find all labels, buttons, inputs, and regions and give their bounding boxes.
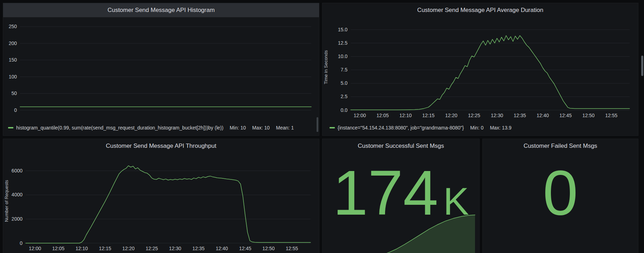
legend-scrollbar-thumb[interactable] xyxy=(317,117,318,132)
legend-stat-max: Max: 10 xyxy=(252,125,270,131)
svg-text:6000: 6000 xyxy=(12,168,22,173)
legend-stat-max: Max: 13.9 xyxy=(490,125,511,131)
svg-text:Time in Seconds: Time in Seconds xyxy=(323,50,328,84)
svg-text:12:25: 12:25 xyxy=(145,246,158,251)
svg-text:0.0: 0.0 xyxy=(341,107,348,113)
svg-text:12:25: 12:25 xyxy=(468,113,480,118)
svg-text:2.5: 2.5 xyxy=(341,94,348,99)
svg-text:12.5: 12.5 xyxy=(338,40,347,46)
panel-successful-sent-msgs: Customer Successful Sent Msgs 174K xyxy=(322,139,480,253)
success-stat-value: 174K xyxy=(323,159,479,226)
svg-text:12:50: 12:50 xyxy=(582,113,594,118)
series-color-dash xyxy=(330,127,335,128)
panel-failed-title[interactable]: Customer Failed Sent Msgs xyxy=(483,139,638,153)
svg-text:12:45: 12:45 xyxy=(559,113,572,118)
series-color-dash xyxy=(8,127,13,128)
series-name[interactable]: histogram_quantile(0.99, sum(rate(send_m… xyxy=(16,125,223,131)
series-name[interactable]: {instance="54.154.24.138:8080", job="gra… xyxy=(338,125,464,131)
svg-text:0: 0 xyxy=(14,107,17,113)
svg-text:12:55: 12:55 xyxy=(605,113,617,118)
svg-text:12:20: 12:20 xyxy=(122,246,135,251)
page-scrollbar-track[interactable] xyxy=(640,0,644,253)
svg-text:12:10: 12:10 xyxy=(76,246,88,251)
svg-text:10.0: 10.0 xyxy=(338,53,347,59)
svg-text:12:40: 12:40 xyxy=(216,246,228,251)
page-scrollbar-thumb[interactable] xyxy=(641,56,643,76)
histogram-chart[interactable]: 050100150200250 xyxy=(3,17,317,113)
failed-stat-value: 0 xyxy=(483,159,638,226)
svg-text:12:15: 12:15 xyxy=(99,246,111,251)
legend-stat-min: Min: 10 xyxy=(230,125,246,131)
legend-stat-mean: Mean: 1 xyxy=(276,125,294,131)
panel-histogram: Customer Send Message API Histogram 0501… xyxy=(3,3,319,136)
panel-throughput-title[interactable]: Customer Send Message API Throughput xyxy=(3,139,319,153)
svg-text:12:20: 12:20 xyxy=(445,113,457,118)
failed-stat-number: 0 xyxy=(543,157,578,228)
panel-duration-title[interactable]: Customer Send Message API Average Durati… xyxy=(323,3,638,17)
svg-text:12:05: 12:05 xyxy=(52,246,65,251)
svg-text:12:15: 12:15 xyxy=(422,113,435,118)
svg-text:0: 0 xyxy=(20,240,22,246)
svg-text:12:35: 12:35 xyxy=(192,246,204,251)
svg-text:200: 200 xyxy=(9,40,17,46)
svg-text:4000: 4000 xyxy=(12,192,22,197)
svg-text:12:30: 12:30 xyxy=(491,113,503,118)
svg-text:Number of Requests: Number of Requests xyxy=(4,180,9,222)
svg-text:12:55: 12:55 xyxy=(286,246,298,251)
success-stat-number: 174 xyxy=(333,157,438,228)
svg-text:150: 150 xyxy=(9,57,17,63)
svg-text:12:40: 12:40 xyxy=(536,113,549,118)
success-stat-suffix: K xyxy=(443,179,469,223)
svg-text:12:30: 12:30 xyxy=(169,246,181,251)
legend: {instance="54.154.24.138:8080", job="gra… xyxy=(330,125,635,131)
panel-histogram-title[interactable]: Customer Send Message API Histogram xyxy=(3,3,319,17)
svg-text:15.0: 15.0 xyxy=(338,27,347,32)
svg-text:50: 50 xyxy=(11,90,17,96)
throughput-chart[interactable]: 020004000600012:0012:0512:1012:1512:2012… xyxy=(3,153,316,253)
duration-chart[interactable]: 0.02.55.07.510.012.515.012:0012:0512:101… xyxy=(323,19,635,124)
svg-text:12:45: 12:45 xyxy=(239,246,251,251)
svg-text:12:10: 12:10 xyxy=(399,113,412,118)
svg-text:2000: 2000 xyxy=(12,216,22,222)
svg-text:7.5: 7.5 xyxy=(341,67,348,72)
svg-text:100: 100 xyxy=(9,74,17,80)
svg-text:12:05: 12:05 xyxy=(377,113,389,118)
panel-average-duration: Customer Send Message API Average Durati… xyxy=(322,3,638,136)
panel-failed-sent-msgs: Customer Failed Sent Msgs 0 xyxy=(482,139,638,253)
panel-success-title[interactable]: Customer Successful Sent Msgs xyxy=(323,139,479,153)
svg-text:12:35: 12:35 xyxy=(514,113,526,118)
svg-text:12:00: 12:00 xyxy=(29,246,41,251)
legend-stat-min: Min: 0 xyxy=(470,125,483,131)
panel-throughput: Customer Send Message API Throughput 020… xyxy=(3,139,319,253)
svg-text:250: 250 xyxy=(9,24,17,29)
legend: histogram_quantile(0.99, sum(rate(send_m… xyxy=(8,125,316,131)
svg-text:12:00: 12:00 xyxy=(353,113,366,118)
svg-text:12:50: 12:50 xyxy=(262,246,275,251)
svg-text:5.0: 5.0 xyxy=(341,80,348,86)
